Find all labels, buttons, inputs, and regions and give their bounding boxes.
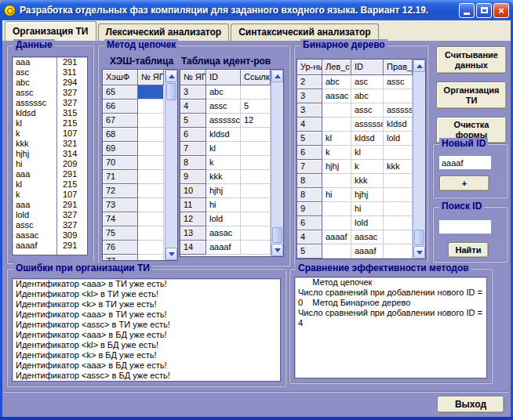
cell-right-child[interactable] <box>384 174 413 188</box>
cell-left-child[interactable]: hjhj <box>322 160 351 174</box>
cell-left-child[interactable]: hi <box>322 188 351 202</box>
cell-right-child[interactable]: assc <box>384 75 413 89</box>
cell-yap[interactable]: 3 <box>180 85 206 100</box>
cell-id[interactable]: aaaaf <box>351 244 384 259</box>
cell-hash[interactable]: 69 <box>103 142 138 156</box>
cell-right-child[interactable] <box>384 188 413 202</box>
cell-hash[interactable]: 75 <box>103 226 138 241</box>
cell-id[interactable]: asssssc <box>351 118 384 132</box>
cell-level[interactable]: 3 <box>297 103 322 118</box>
find-button[interactable]: Найти <box>448 242 489 258</box>
data-list-item[interactable]: aaa 291 <box>13 57 87 67</box>
data-list-item[interactable]: hi 209 <box>13 159 87 169</box>
cell-yap[interactable]: 11 <box>180 198 206 212</box>
data-list-item[interactable]: kl 215 <box>13 179 87 190</box>
cell-link[interactable] <box>241 85 271 100</box>
error-list-item[interactable]: Идентификатор <kl> в БД уже есть! <box>13 340 280 350</box>
cell-id[interactable]: asc <box>351 75 384 89</box>
cell-yap[interactable]: 6 <box>180 128 206 142</box>
cell-left-child[interactable]: aasac <box>322 89 351 103</box>
title-bar[interactable]: Разработка отдельных фаз компиляции для … <box>0 0 513 20</box>
cell-yap[interactable] <box>138 142 164 156</box>
cell-hash[interactable]: 77 <box>103 255 138 260</box>
scroll-up-button[interactable] <box>413 60 425 72</box>
data-list-item[interactable]: kldsd 315 <box>13 108 87 118</box>
exit-button[interactable]: Выход <box>437 396 504 413</box>
cell-left-child[interactable] <box>322 244 351 259</box>
cell-link[interactable] <box>241 241 271 255</box>
cell-yap[interactable]: 7 <box>180 142 206 156</box>
read-data-button[interactable]: Считывание данных <box>436 46 507 74</box>
scroll-down-button[interactable] <box>271 244 283 256</box>
cell-hash[interactable]: 73 <box>103 198 138 212</box>
cell-right-child[interactable]: asssssc <box>384 103 413 118</box>
cell-id[interactable]: k <box>206 156 241 170</box>
cell-level[interactable]: 3 <box>297 89 322 103</box>
cell-link[interactable]: 12 <box>241 114 271 128</box>
scrollbar-thumb[interactable] <box>414 230 424 245</box>
cell-level[interactable]: 5 <box>297 132 322 146</box>
cell-yap[interactable] <box>138 85 164 100</box>
data-list-item[interactable]: aaa 291 <box>13 200 87 210</box>
cell-level[interactable]: 4 <box>297 118 322 132</box>
cell-right-child[interactable] <box>384 216 413 230</box>
cell-yap[interactable] <box>138 128 164 142</box>
data-list-item[interactable]: asssssc 327 <box>13 98 87 108</box>
cell-hash[interactable]: 74 <box>103 212 138 226</box>
cell-id[interactable]: asssssc <box>206 114 241 128</box>
data-list-item[interactable]: k 107 <box>13 129 87 139</box>
scroll-up-button[interactable] <box>166 70 177 82</box>
cell-link[interactable] <box>241 198 271 212</box>
cell-id[interactable]: aaaaf <box>206 241 241 255</box>
data-list-item[interactable]: asc 311 <box>13 67 87 78</box>
comparison-memo[interactable]: Метод цепочек Число сравнений при добавл… <box>294 277 487 378</box>
cell-right-child[interactable] <box>384 244 413 259</box>
cell-hash[interactable]: 76 <box>103 241 138 255</box>
cell-level[interactable]: 8 <box>297 188 322 202</box>
cell-left-child[interactable] <box>322 103 351 118</box>
cell-yap[interactable] <box>138 100 164 114</box>
error-list-item[interactable]: Идентификатор <aaa> в ТИ уже есть! <box>13 310 280 320</box>
cell-yap[interactable] <box>138 156 164 170</box>
tab-organization-ti[interactable]: Организация ТИ <box>5 21 96 41</box>
cell-id[interactable]: aasac <box>351 230 384 244</box>
cell-id[interactable]: abc <box>206 85 241 100</box>
cell-id[interactable]: lold <box>206 212 241 226</box>
error-list-item[interactable]: Идентификатор <aaa> в БД уже есть! <box>13 360 280 371</box>
cell-left-child[interactable] <box>322 118 351 132</box>
error-list-item[interactable]: Идентификатор <aaa> в ТИ уже есть! <box>13 279 280 289</box>
cell-hash[interactable]: 66 <box>103 100 138 114</box>
cell-yap[interactable] <box>138 241 164 255</box>
cell-level[interactable]: 6 <box>297 146 322 160</box>
scrollbar-thumb[interactable] <box>272 227 282 243</box>
cell-id[interactable]: hjhj <box>351 188 384 202</box>
cell-hash[interactable]: 70 <box>103 156 138 170</box>
organize-ti-button[interactable]: Организация ТИ <box>436 81 507 109</box>
cell-yap[interactable] <box>138 226 164 241</box>
error-list-item[interactable]: Идентификатор <aaa> в БД уже есть! <box>13 330 280 340</box>
cell-yap[interactable]: 8 <box>180 156 206 170</box>
cell-right-child[interactable] <box>384 230 413 244</box>
data-listbox[interactable]: aaa 291 asc 311 abc 294 assc 327 <box>12 56 88 255</box>
cell-yap[interactable] <box>138 170 164 184</box>
cell-yap[interactable]: 4 <box>180 100 206 114</box>
cell-hash[interactable]: 68 <box>103 128 138 142</box>
data-list-item[interactable]: aasac 309 <box>13 230 87 241</box>
cell-level[interactable]: 6 <box>297 216 322 230</box>
error-list-item[interactable]: Идентификатор <assc> в БД уже есть! <box>13 371 280 381</box>
cell-hash[interactable]: 72 <box>103 184 138 198</box>
cell-link[interactable] <box>241 184 271 198</box>
cell-level[interactable]: 8 <box>297 174 322 188</box>
maximize-button[interactable] <box>476 3 492 18</box>
minimize-button[interactable] <box>459 3 475 18</box>
cell-id[interactable]: aasac <box>206 226 241 241</box>
data-list-item[interactable]: lold 327 <box>13 210 87 220</box>
data-list-item[interactable]: hjhj 314 <box>13 149 87 159</box>
cell-right-child[interactable] <box>384 89 413 103</box>
cell-left-child[interactable]: aaaaf <box>322 230 351 244</box>
cell-left-child[interactable]: k <box>322 146 351 160</box>
error-list-item[interactable]: Идентификатор <k> в БД уже есть! <box>13 350 280 360</box>
cell-yap[interactable] <box>138 255 164 260</box>
cell-yap[interactable] <box>138 114 164 128</box>
cell-yap[interactable]: 10 <box>180 184 206 198</box>
